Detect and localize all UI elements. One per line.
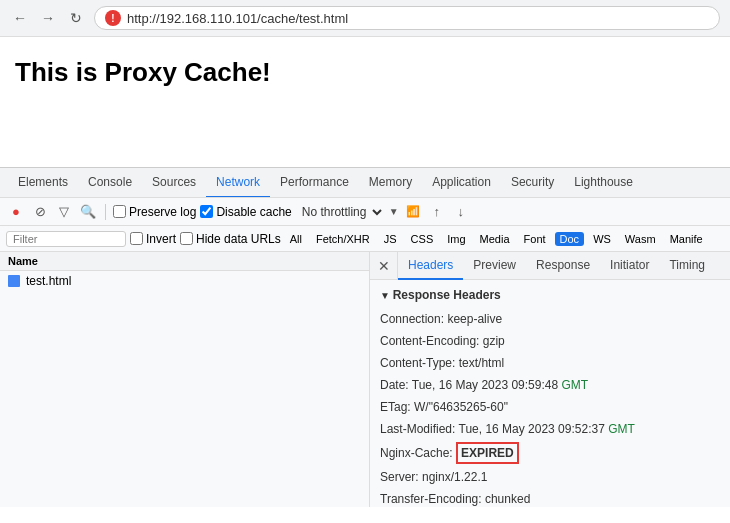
- preserve-log-text: Preserve log: [129, 205, 196, 219]
- stop-button[interactable]: ⊘: [30, 202, 50, 222]
- header-date: Date: Tue, 16 May 2023 09:59:48 GMT: [380, 374, 720, 396]
- header-transfer-encoding: Transfer-Encoding: chunked: [380, 488, 720, 507]
- header-content-type: Content-Type: text/html: [380, 352, 720, 374]
- tab-network[interactable]: Network: [206, 168, 270, 198]
- invert-checkbox[interactable]: [130, 232, 143, 245]
- filter-css[interactable]: CSS: [406, 232, 439, 246]
- file-name: test.html: [26, 274, 71, 288]
- tab-sources[interactable]: Sources: [142, 168, 206, 198]
- dropdown-icon: ▼: [389, 206, 399, 217]
- online-icon[interactable]: 📶: [403, 202, 423, 222]
- hide-data-label[interactable]: Hide data URLs: [180, 232, 281, 246]
- invert-label[interactable]: Invert: [130, 232, 176, 246]
- tab-timing[interactable]: Timing: [659, 252, 715, 280]
- filter-img[interactable]: Img: [442, 232, 470, 246]
- tab-response[interactable]: Response: [526, 252, 600, 280]
- preserve-log-checkbox[interactable]: [113, 205, 126, 218]
- network-main: Name test.html ✕ Headers Preview Respons…: [0, 252, 730, 507]
- invert-text: Invert: [146, 232, 176, 246]
- details-tabbar: ✕ Headers Preview Response Initiator Tim…: [370, 252, 730, 280]
- file-list: Name test.html: [0, 252, 370, 507]
- devtools-panel: Elements Console Sources Network Perform…: [0, 167, 730, 507]
- tab-console[interactable]: Console: [78, 168, 142, 198]
- throttle-select[interactable]: No throttling: [296, 204, 385, 220]
- header-etag: ETag: W/"64635265-60": [380, 396, 720, 418]
- toolbar-separator: [105, 204, 106, 220]
- filter-manifest[interactable]: Manife: [665, 232, 708, 246]
- tab-lighthouse[interactable]: Lighthouse: [564, 168, 643, 198]
- filter-xhr[interactable]: Fetch/XHR: [311, 232, 375, 246]
- header-server: Server: nginx/1.22.1: [380, 466, 720, 488]
- header-nginx-cache: Nginx-Cache: EXPIRED: [380, 440, 720, 466]
- expired-badge: EXPIRED: [456, 442, 519, 464]
- file-list-header: Name: [0, 252, 369, 271]
- filter-media[interactable]: Media: [475, 232, 515, 246]
- browser-bar: ← → ↻ ! http://192.168.110.101/cache/tes…: [0, 0, 730, 37]
- table-row[interactable]: test.html: [0, 271, 369, 291]
- filter-wasm[interactable]: Wasm: [620, 232, 661, 246]
- filter-font[interactable]: Font: [519, 232, 551, 246]
- tab-application[interactable]: Application: [422, 168, 501, 198]
- disable-cache-label[interactable]: Disable cache: [200, 205, 291, 219]
- network-toolbar: ● ⊘ ▽ 🔍 Preserve log Disable cache No th…: [0, 198, 730, 226]
- headers-content: Response Headers Connection: keep-alive …: [370, 280, 730, 507]
- hide-data-text: Hide data URLs: [196, 232, 281, 246]
- url-text: http://192.168.110.101/cache/test.html: [127, 11, 348, 26]
- filter-bar: Invert Hide data URLs All Fetch/XHR JS C…: [0, 226, 730, 252]
- header-last-modified: Last-Modified: Tue, 16 May 2023 09:52:37…: [380, 418, 720, 440]
- upload-button[interactable]: ↑: [427, 202, 447, 222]
- response-headers-title: Response Headers: [380, 288, 720, 302]
- page-title: This is Proxy Cache!: [15, 57, 715, 88]
- download-button[interactable]: ↓: [451, 202, 471, 222]
- name-column-header: Name: [8, 255, 38, 267]
- search-button[interactable]: 🔍: [78, 202, 98, 222]
- filter-js[interactable]: JS: [379, 232, 402, 246]
- tab-elements[interactable]: Elements: [8, 168, 78, 198]
- header-content-encoding: Content-Encoding: gzip: [380, 330, 720, 352]
- close-details-button[interactable]: ✕: [370, 252, 398, 280]
- tab-initiator[interactable]: Initiator: [600, 252, 659, 280]
- reload-button[interactable]: ↻: [66, 8, 86, 28]
- devtools-tabbar: Elements Console Sources Network Perform…: [0, 168, 730, 198]
- tab-security[interactable]: Security: [501, 168, 564, 198]
- filter-input[interactable]: [6, 231, 126, 247]
- back-button[interactable]: ←: [10, 8, 30, 28]
- file-icon: [8, 275, 20, 287]
- details-panel: ✕ Headers Preview Response Initiator Tim…: [370, 252, 730, 507]
- page-content: This is Proxy Cache!: [0, 37, 730, 167]
- tab-memory[interactable]: Memory: [359, 168, 422, 198]
- disable-cache-text: Disable cache: [216, 205, 291, 219]
- forward-button[interactable]: →: [38, 8, 58, 28]
- security-warning-icon: !: [105, 10, 121, 26]
- preserve-log-label[interactable]: Preserve log: [113, 205, 196, 219]
- tab-preview[interactable]: Preview: [463, 252, 526, 280]
- header-connection: Connection: keep-alive: [380, 308, 720, 330]
- record-button[interactable]: ●: [6, 202, 26, 222]
- filter-doc[interactable]: Doc: [555, 232, 585, 246]
- address-bar[interactable]: ! http://192.168.110.101/cache/test.html: [94, 6, 720, 30]
- filter-all[interactable]: All: [285, 232, 307, 246]
- disable-cache-checkbox[interactable]: [200, 205, 213, 218]
- filter-icon-button[interactable]: ▽: [54, 202, 74, 222]
- hide-data-checkbox[interactable]: [180, 232, 193, 245]
- tab-headers[interactable]: Headers: [398, 252, 463, 280]
- tab-performance[interactable]: Performance: [270, 168, 359, 198]
- filter-ws[interactable]: WS: [588, 232, 616, 246]
